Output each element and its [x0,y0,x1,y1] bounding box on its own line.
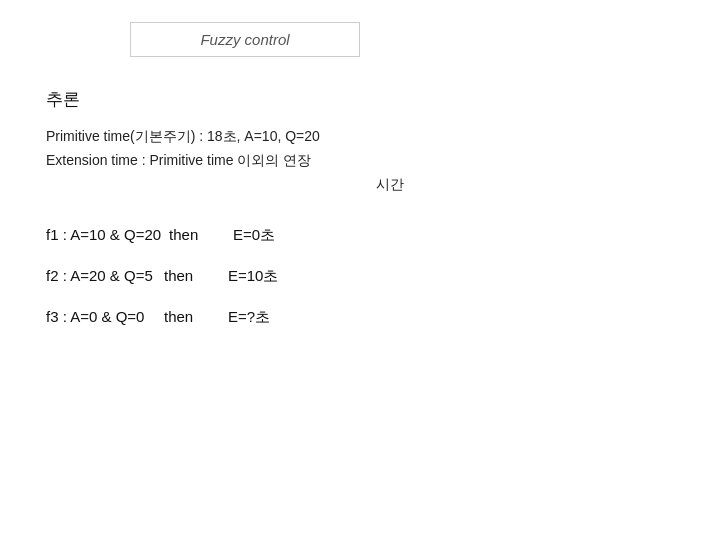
rule-3-then: then [164,308,224,325]
rule-1-then: then [169,226,229,243]
rule-2-label: f2 : A=20 & Q=5 [46,267,156,284]
rule-3-label: f3 : A=0 & Q=0 [46,308,156,325]
rule-1-label: f1 : A=10 & Q=20 [46,226,161,243]
page-title: Fuzzy control [200,31,289,48]
description: Primitive time(기본주기) : 18초, A=10, Q=20 E… [46,125,674,196]
rule-row-3: f3 : A=0 & Q=0 then E=?초 [46,308,674,327]
rule-row-2: f2 : A=20 & Q=5 then E=10초 [46,267,674,286]
description-line2: Extension time : Primitive time 이외의 연장 [46,149,674,173]
rule-1-result: E=0초 [233,226,275,245]
rule-3-result: E=?초 [228,308,270,327]
page-container: Fuzzy control 추론 Primitive time(기본주기) : … [0,0,720,540]
rule-row-1: f1 : A=10 & Q=20 then E=0초 [46,226,674,245]
rules-area: f1 : A=10 & Q=20 then E=0초 f2 : A=20 & Q… [46,226,674,327]
description-line3: 시간 [106,173,674,197]
rule-2-then: then [164,267,224,284]
description-line1: Primitive time(기본주기) : 18초, A=10, Q=20 [46,125,674,149]
section-title: 추론 [46,88,674,111]
title-box: Fuzzy control [130,22,360,57]
rule-2-result: E=10초 [228,267,278,286]
content-area: 추론 Primitive time(기본주기) : 18초, A=10, Q=2… [46,88,674,349]
